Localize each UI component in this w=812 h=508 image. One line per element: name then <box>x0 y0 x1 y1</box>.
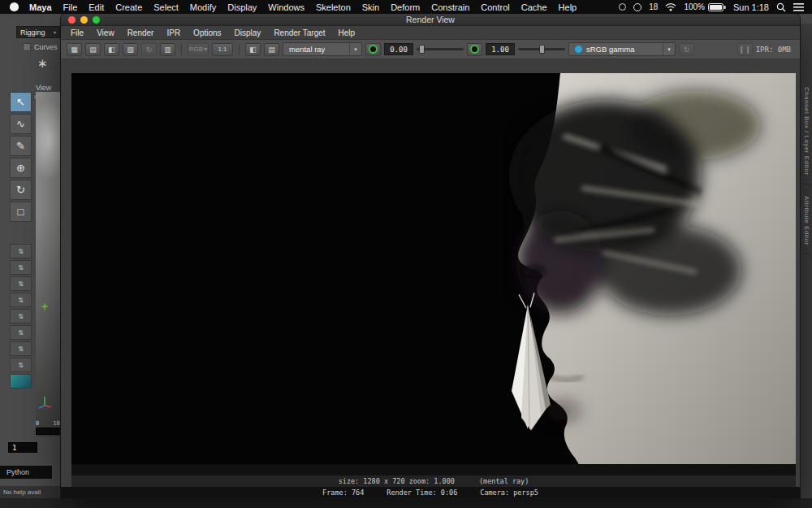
frame-number: Frame: 764 <box>322 488 364 497</box>
current-frame-field[interactable]: 1 <box>8 442 37 453</box>
select-tool-button[interactable]: ↖ <box>10 92 32 112</box>
apple-menu-icon[interactable] <box>10 2 19 11</box>
renderer-dropdown[interactable]: mental ray ▼ <box>283 42 362 56</box>
rv-menu-ipr[interactable]: IPR <box>160 28 187 37</box>
shelf-item-4[interactable]: ⇅ <box>10 293 32 307</box>
lasso-tool-button[interactable]: ∿ <box>10 114 32 134</box>
ipr-render-button[interactable]: ▨ <box>123 43 138 56</box>
tab-channel-box-layer-editor[interactable]: Channel Box / Layer Editor <box>803 87 810 185</box>
scale-tool-button[interactable]: □ <box>10 202 32 222</box>
desktop-bottom-strip <box>0 498 812 508</box>
tab-curves[interactable]: Curves <box>34 43 58 51</box>
refresh-ipr-button[interactable]: ↻ <box>141 43 157 56</box>
exposure-toggle-button[interactable] <box>365 43 381 56</box>
menu-control[interactable]: Control <box>475 2 515 12</box>
keep-image-button[interactable]: ▥ <box>160 43 175 56</box>
rv-menu-view[interactable]: View <box>90 28 121 37</box>
menu-file[interactable]: File <box>58 2 84 12</box>
screen: Maya File Edit Create Select Modify Disp… <box>0 0 812 508</box>
clock[interactable]: Sun 1:18 <box>733 2 769 12</box>
shelf-item-3[interactable]: ⇅ <box>10 276 32 291</box>
menu-deform[interactable]: Deform <box>385 2 425 12</box>
ratio-label: 1:1 <box>218 46 227 53</box>
exposure-slider[interactable] <box>417 43 464 55</box>
shelf-item-2[interactable]: ⇅ <box>10 260 32 275</box>
menu-windows[interactable]: Windows <box>262 2 310 12</box>
refresh-icon: ↻ <box>146 46 153 54</box>
render-view-window: Render View File View Render IPR Options… <box>61 14 800 498</box>
window-titlebar[interactable]: Render View <box>61 14 800 26</box>
rv-menu-options[interactable]: Options <box>187 28 227 37</box>
rv-menu-file[interactable]: File <box>64 28 90 37</box>
render-statusbar: Frame: 764 Render Time: 0:06 Camera: per… <box>61 487 800 498</box>
shelf-item-render-layer[interactable] <box>10 374 32 389</box>
app-menu-maya[interactable]: Maya <box>24 2 58 12</box>
frame-image-button[interactable]: ▤ <box>264 43 279 56</box>
paint-select-tool-button[interactable]: ✎ <box>10 136 32 156</box>
viewport-crosshair-icon: + <box>41 300 48 313</box>
menu-edit[interactable]: Edit <box>83 2 110 12</box>
display-real-size-button[interactable]: ◧ <box>245 43 261 56</box>
slider-handle[interactable] <box>539 45 545 54</box>
gamma-toggle-button[interactable] <box>467 43 482 56</box>
color-management-button[interactable]: ↻ <box>679 43 694 56</box>
image-info-line: size: 1280 x 720 zoom: 1.000 (mental ray… <box>71 475 796 487</box>
menu-set-label: Rigging <box>20 28 45 37</box>
snapshot-button[interactable]: ◧ <box>104 43 119 56</box>
exposure-value-field[interactable]: 0.00 <box>384 43 413 55</box>
spotlight-search-icon[interactable] <box>776 2 786 12</box>
colorspace-text: sRGB gamma <box>586 45 635 54</box>
menu-set-selector[interactable]: Rigging ▾ <box>16 26 60 38</box>
star-icon[interactable]: ∗ <box>37 56 48 71</box>
updown-icon: ⇅ <box>18 264 24 271</box>
menu-display[interactable]: Display <box>222 2 262 12</box>
notification-center-icon[interactable] <box>793 3 804 11</box>
viewport-strip[interactable] <box>36 92 61 436</box>
status-circle-icon[interactable] <box>619 3 626 11</box>
menu-constrain[interactable]: Constrain <box>425 2 475 12</box>
move-tool-button[interactable]: ⊕ <box>10 158 32 178</box>
pause-ipr-button[interactable]: ❙❙ <box>737 43 753 56</box>
menu-skin[interactable]: Skin <box>356 2 385 12</box>
menu-create[interactable]: Create <box>110 2 148 12</box>
rotate-tool-icon: ↻ <box>16 184 25 196</box>
gamma-slider[interactable] <box>518 43 565 55</box>
shelf-item-5[interactable]: ⇅ <box>10 309 32 323</box>
rv-menu-help[interactable]: Help <box>332 28 362 37</box>
frame-icon: ◧ <box>249 46 257 54</box>
redo-render-button[interactable]: ▦ <box>67 43 82 56</box>
colorspace-dropdown[interactable]: sRGB gamma ▼ <box>568 42 676 56</box>
slider-handle[interactable] <box>419 45 425 54</box>
keep-image-icon: ▥ <box>164 46 171 54</box>
gamma-value-field[interactable]: 1.00 <box>486 43 515 55</box>
menu-cache[interactable]: Cache <box>516 2 553 12</box>
status-count[interactable]: 18 <box>649 2 658 11</box>
one-to-one-button[interactable]: 1:1 <box>212 43 233 56</box>
rv-menu-display[interactable]: Display <box>228 28 268 37</box>
rv-menu-render[interactable]: Render <box>121 28 161 37</box>
toolbar-separator <box>239 44 240 55</box>
menu-modify[interactable]: Modify <box>184 2 222 12</box>
rv-menu-render-target[interactable]: Render Target <box>267 28 331 37</box>
menu-skeleton[interactable]: Skeleton <box>310 2 356 12</box>
rendered-image[interactable] <box>71 73 796 475</box>
shelf-item-6[interactable]: ⇅ <box>10 325 32 340</box>
channel-display-button[interactable]: RGB ▾ <box>188 43 209 56</box>
script-language-selector[interactable]: Python <box>0 466 52 479</box>
paint-select-tool-icon: ✎ <box>16 140 25 152</box>
feather-object <box>512 293 551 430</box>
render-region-button[interactable]: ▤ <box>85 43 101 56</box>
status-record-icon[interactable] <box>633 3 641 11</box>
wifi-icon[interactable] <box>665 2 676 11</box>
shelf-item-1[interactable]: ⇅ <box>10 244 32 258</box>
battery-indicator[interactable]: 100% <box>684 2 726 11</box>
select-tool-icon: ↖ <box>16 96 25 108</box>
shelf-item-7[interactable]: ⇅ <box>10 341 32 356</box>
shelf-item-8[interactable]: ⇅ <box>10 358 32 372</box>
menu-select[interactable]: Select <box>148 2 184 12</box>
colorspace-label: sRGB gamma <box>569 45 663 54</box>
range-slider[interactable] <box>36 428 63 435</box>
rotate-tool-button[interactable]: ↻ <box>10 180 32 200</box>
menu-help[interactable]: Help <box>553 2 583 12</box>
tab-attribute-editor[interactable]: Attribute Editor <box>803 196 810 254</box>
